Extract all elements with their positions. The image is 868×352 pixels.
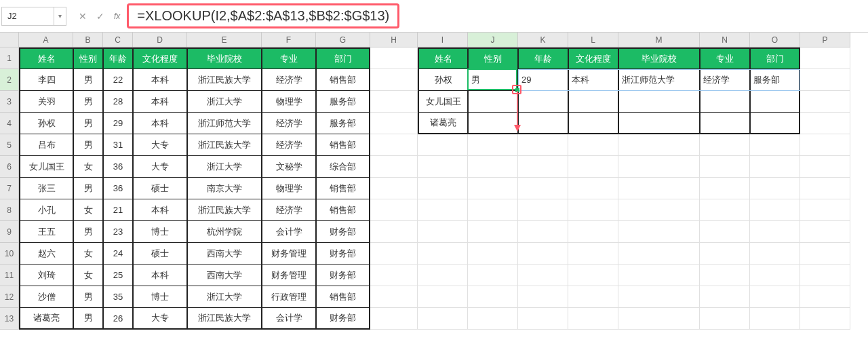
cell-B10[interactable]: 女 [73,243,103,265]
row-header-10[interactable]: 10 [0,243,19,265]
cell-F6[interactable]: 文秘学 [262,156,316,178]
cell-A1[interactable]: 姓名 [19,47,73,69]
cell-P6[interactable] [800,156,850,178]
cell-E11[interactable]: 西南大学 [187,265,262,286]
select-all-corner[interactable] [0,33,19,47]
cell-I12[interactable] [418,286,468,308]
cell-P13[interactable] [800,308,850,330]
row-header-4[interactable]: 4 [0,113,19,134]
cell-O1[interactable]: 部门 [750,47,800,69]
cell-L9[interactable] [568,221,618,243]
cell-K13[interactable] [518,308,568,330]
cell-D13[interactable]: 大专 [133,308,187,330]
cell-G2[interactable]: 销售部 [316,69,370,91]
cell-P2[interactable] [800,69,850,91]
cell-D2[interactable]: 本科 [133,69,187,91]
cell-E4[interactable]: 浙江师范大学 [187,113,262,134]
cell-L11[interactable] [568,265,618,286]
cell-C7[interactable]: 36 [103,178,133,199]
cell-J12[interactable] [468,286,518,308]
cell-N11[interactable] [700,265,750,286]
col-header-A[interactable]: A [19,33,73,47]
cell-D4[interactable]: 本科 [133,113,187,134]
cell-F2[interactable]: 经济学 [262,69,316,91]
confirm-icon[interactable]: ✓ [96,11,104,22]
cell-C13[interactable]: 26 [103,308,133,330]
cell-G9[interactable]: 财务部 [316,221,370,243]
cell-M12[interactable] [618,286,700,308]
cell-H9[interactable] [370,221,418,243]
cell-M10[interactable] [618,243,700,265]
cell-G11[interactable]: 财务部 [316,265,370,286]
cell-K8[interactable] [518,199,568,221]
cell-B7[interactable]: 男 [73,178,103,199]
cell-N6[interactable] [700,156,750,178]
cell-M3[interactable] [618,91,700,113]
cell-D6[interactable]: 大专 [133,156,187,178]
cell-O4[interactable] [750,113,800,134]
cell-H6[interactable] [370,156,418,178]
cell-O3[interactable] [750,91,800,113]
cell-A2[interactable]: 李四 [19,69,73,91]
cell-C11[interactable]: 25 [103,265,133,286]
col-header-I[interactable]: I [418,33,468,47]
col-header-N[interactable]: N [700,33,750,47]
cell-I5[interactable] [418,134,468,156]
cell-E13[interactable]: 浙江民族大学 [187,308,262,330]
cell-J1[interactable]: 性别 [468,47,518,69]
cell-N4[interactable] [700,113,750,134]
cell-E3[interactable]: 浙江大学 [187,91,262,113]
cell-G4[interactable]: 服务部 [316,113,370,134]
cell-C12[interactable]: 35 [103,286,133,308]
row-header-8[interactable]: 8 [0,199,19,221]
cell-O5[interactable] [750,134,800,156]
cell-D11[interactable]: 本科 [133,265,187,286]
row-header-2[interactable]: 2 [0,69,19,91]
cell-I8[interactable] [418,199,468,221]
formula-input[interactable]: =XLOOKUP(I2,$A$2:$A$13,$B$2:$G$13) [127,3,399,28]
cell-I11[interactable] [418,265,468,286]
cell-K6[interactable] [518,156,568,178]
cell-K5[interactable] [518,134,568,156]
cell-D10[interactable]: 硕士 [133,243,187,265]
cell-P1[interactable] [800,47,850,69]
cell-L4[interactable] [568,113,618,134]
cell-H7[interactable] [370,178,418,199]
cell-P8[interactable] [800,199,850,221]
cell-M13[interactable] [618,308,700,330]
cell-N13[interactable] [700,308,750,330]
cell-I7[interactable] [418,178,468,199]
cell-L13[interactable] [568,308,618,330]
col-header-P[interactable]: P [800,33,850,47]
cell-C3[interactable]: 28 [103,91,133,113]
cell-N2[interactable]: 经济学 [700,69,750,91]
cell-D9[interactable]: 博士 [133,221,187,243]
cell-M1[interactable]: 毕业院校 [618,47,700,69]
col-header-B[interactable]: B [73,33,103,47]
cell-E7[interactable]: 南京大学 [187,178,262,199]
cell-P3[interactable] [800,91,850,113]
row-header-11[interactable]: 11 [0,265,19,286]
cell-I2[interactable]: 孙权 [418,69,468,91]
cell-M2[interactable]: 浙江师范大学 [618,69,700,91]
cell-F9[interactable]: 会计学 [262,221,316,243]
cell-F1[interactable]: 专业 [262,47,316,69]
row-header-6[interactable]: 6 [0,156,19,178]
cell-A10[interactable]: 赵六 [19,243,73,265]
fill-handle[interactable] [515,88,519,92]
cell-B6[interactable]: 女 [73,156,103,178]
cell-P4[interactable] [800,113,850,134]
cell-N3[interactable] [700,91,750,113]
cell-B3[interactable]: 男 [73,91,103,113]
cell-A5[interactable]: 吕布 [19,134,73,156]
col-header-O[interactable]: O [750,33,800,47]
cell-L10[interactable] [568,243,618,265]
cell-O10[interactable] [750,243,800,265]
cell-B4[interactable]: 男 [73,113,103,134]
cell-I6[interactable] [418,156,468,178]
cell-C10[interactable]: 24 [103,243,133,265]
cell-B2[interactable]: 男 [73,69,103,91]
col-header-G[interactable]: G [316,33,370,47]
cell-M5[interactable] [618,134,700,156]
cell-E1[interactable]: 毕业院校 [187,47,262,69]
